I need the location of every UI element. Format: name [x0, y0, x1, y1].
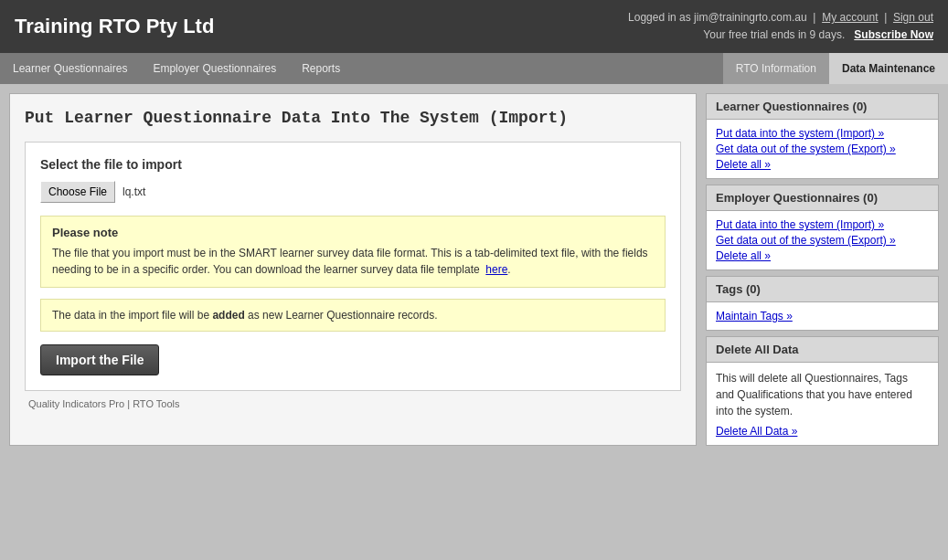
sidebar-item-employer-questionnaires[interactable]: Employer Questionnaires [140, 53, 289, 84]
eq-export-link[interactable]: Get data out of the system (Export) » [716, 234, 929, 247]
delete-all-text: This will delete all Questionnaires, Tag… [716, 370, 929, 419]
info-text: The data in the import file will be adde… [52, 309, 654, 322]
nav-right: RTO Information Data Maintenance [723, 53, 948, 84]
sidebar-tags-header: Tags (0) [707, 277, 938, 302]
sidebar-delete-body: This will delete all Questionnaires, Tag… [707, 363, 938, 445]
sidebar-eq-body: Put data into the system (Import) » Get … [707, 211, 938, 269]
delete-all-link[interactable]: Delete All Data » [716, 425, 929, 438]
sign-out-link[interactable]: Sign out [893, 11, 933, 24]
info-box: The data in the import file will be adde… [40, 299, 666, 332]
trial-info: Your free trial ends in 9 days. Subscrib… [628, 26, 933, 44]
lq-delete-link[interactable]: Delete all » [716, 158, 929, 171]
lq-export-link[interactable]: Get data out of the system (Export) » [716, 143, 929, 155]
tags-maintain-link[interactable]: Maintain Tags » [716, 310, 929, 322]
footer-text: Quality Indicators Pro | RTO Tools [25, 398, 681, 409]
file-name-label: lq.txt [122, 185, 145, 198]
sidebar-employer-questionnaires: Employer Questionnaires (0) Put data int… [706, 185, 939, 270]
header: Training RTO Pty Ltd Logged in as jim@tr… [0, 0, 948, 53]
user-info-line1: Logged in as jim@trainingrto.com.au | My… [628, 9, 933, 26]
navbar: Learner Questionnaires Employer Question… [0, 53, 948, 84]
sidebar-item-reports[interactable]: Reports [289, 53, 353, 84]
file-select-label: Select the file to import [40, 157, 666, 172]
user-info: Logged in as jim@trainingrto.com.au | My… [628, 9, 933, 44]
eq-delete-link[interactable]: Delete all » [716, 249, 929, 262]
note-text: The file that you import must be in the … [52, 245, 654, 278]
page-title: Put Learner Questionnaire Data Into The … [25, 109, 681, 127]
choose-file-button[interactable]: Choose File [40, 181, 115, 203]
sidebar-lq-header: Learner Questionnaires (0) [707, 94, 938, 120]
lq-import-link[interactable]: Put data into the system (Import) » [716, 127, 929, 140]
nav-left: Learner Questionnaires Employer Question… [0, 53, 353, 84]
my-account-link[interactable]: My account [822, 11, 878, 24]
import-form: Select the file to import Choose File lq… [25, 142, 681, 391]
eq-import-link[interactable]: Put data into the system (Import) » [716, 218, 929, 231]
sidebar-delete-all: Delete All Data This will delete all Que… [706, 336, 939, 446]
sidebar-tags: Tags (0) Maintain Tags » [706, 276, 939, 331]
nav-item-data-maintenance[interactable]: Data Maintenance [829, 53, 948, 84]
file-row: Choose File lq.txt [40, 181, 666, 203]
import-file-button[interactable]: Import the File [40, 344, 159, 375]
app-title: Training RTO Pty Ltd [15, 15, 214, 38]
main-layout: Put Learner Questionnaire Data Into The … [0, 84, 948, 455]
sidebar-eq-header: Employer Questionnaires (0) [707, 185, 938, 211]
sidebar: Learner Questionnaires (0) Put data into… [706, 93, 939, 446]
sidebar-item-learner-questionnaires[interactable]: Learner Questionnaires [0, 53, 140, 84]
sidebar-lq-body: Put data into the system (Import) » Get … [707, 120, 938, 178]
note-title: Please note [52, 226, 654, 239]
sidebar-tags-body: Maintain Tags » [707, 302, 938, 330]
sidebar-learner-questionnaires: Learner Questionnaires (0) Put data into… [706, 93, 939, 179]
note-box: Please note The file that you import mus… [40, 216, 666, 288]
template-download-link[interactable]: here [485, 263, 507, 276]
content-area: Put Learner Questionnaire Data Into The … [9, 93, 697, 446]
nav-item-rto-information[interactable]: RTO Information [723, 53, 829, 84]
sidebar-delete-header: Delete All Data [707, 337, 938, 363]
subscribe-link[interactable]: Subscribe Now [854, 28, 933, 41]
